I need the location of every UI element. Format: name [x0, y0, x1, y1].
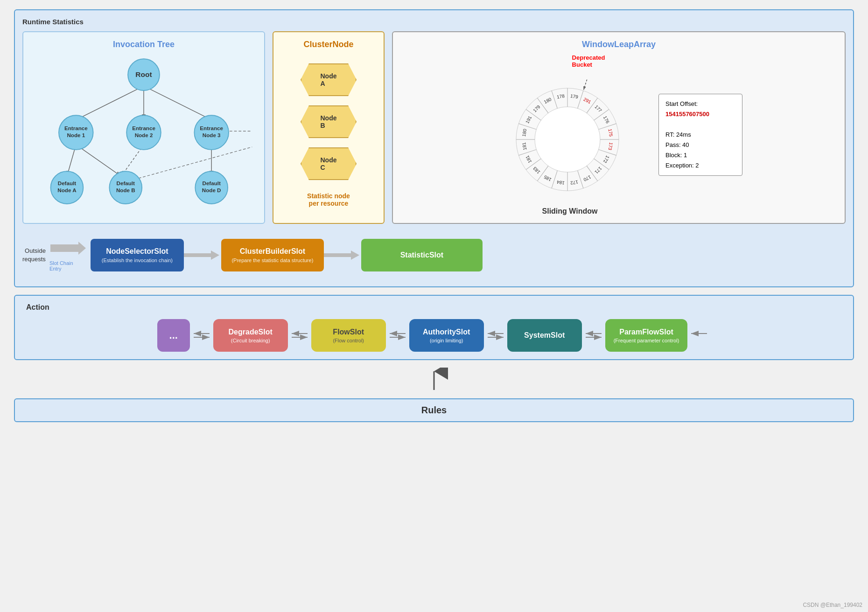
svg-line-45 — [552, 171, 557, 188]
runtime-stats-label: Runtime Statistics — [22, 18, 846, 26]
node-selector-slot: NodeSelectorSlot (Establish the invocati… — [91, 239, 184, 271]
svg-text:Default: Default — [203, 180, 221, 186]
exception-value: Exception: 2 — [665, 160, 735, 171]
arrow-1 — [184, 248, 221, 262]
svg-text:Root: Root — [135, 70, 152, 78]
svg-text:Entrance: Entrance — [200, 125, 223, 131]
degrade-sub: (Circuit breaking) — [231, 338, 270, 343]
svg-line-2 — [144, 86, 211, 120]
pass-value: Pass: 40 — [665, 140, 735, 150]
sliding-window-container: DeprecatedBucket — [495, 54, 644, 216]
svg-text:291: 291 — [583, 97, 592, 105]
svg-text:171: 171 — [594, 166, 603, 175]
rules-box: Rules — [14, 398, 854, 422]
svg-text:172: 172 — [602, 155, 610, 164]
slot-chain-entry-label: Slot ChainEntry — [49, 260, 87, 271]
ellipsis-slot: ... — [157, 319, 190, 352]
sliding-window-svg: 179 291 177 176 175 173 172 171 170 172 — [495, 72, 644, 202]
flow-slot: FlowSlot (Flow control) — [311, 319, 386, 352]
action-arrow-4 — [484, 328, 507, 342]
svg-text:Node B: Node B — [116, 187, 135, 193]
svg-text:180: 180 — [521, 128, 528, 137]
cluster-builder-slot: ClusterBuilderSlot (Prepare the statisti… — [221, 239, 324, 271]
up-arrow-svg — [420, 368, 448, 391]
svg-text:177: 177 — [594, 104, 603, 113]
invocation-tree-title: Invocation Tree — [31, 40, 257, 49]
flow-sub: (Flow control) — [333, 338, 364, 343]
svg-line-38 — [599, 124, 616, 129]
flow-label: FlowSlot — [333, 328, 364, 336]
param-flow-slot: ParamFlowSlot (Frequent parameter contro… — [605, 319, 688, 352]
svg-marker-77 — [78, 242, 86, 255]
svg-line-4 — [76, 145, 121, 176]
authority-label: AuthoritySlot — [423, 328, 470, 336]
node-selector-label: NodeSelectorSlot — [106, 247, 168, 256]
action-slots-row: ... — [26, 319, 842, 352]
start-offset-value: 1541557607500 — [665, 111, 709, 118]
cluster-node-b: NodeB — [301, 105, 357, 138]
action-arrow-2 — [288, 328, 311, 342]
svg-rect-80 — [324, 253, 352, 257]
block-value: Block: 1 — [665, 150, 735, 160]
ellipsis-label: ... — [169, 329, 178, 341]
action-arrow-5 — [582, 328, 605, 342]
authority-sub: (origin limiting) — [430, 338, 463, 343]
cluster-builder-sub: (Prepare the statistic data structure) — [231, 257, 313, 263]
svg-text:179: 179 — [570, 93, 579, 100]
degrade-slot: DegradeSlot (Circuit breaking) — [213, 319, 288, 352]
system-label: SystemSlot — [524, 331, 565, 340]
invocation-tree-box: Invocation Tree — [22, 31, 265, 224]
svg-line-0 — [76, 86, 144, 120]
svg-line-40 — [599, 150, 616, 155]
svg-text:176: 176 — [602, 115, 611, 125]
svg-text:Default: Default — [117, 180, 135, 186]
svg-marker-79 — [211, 250, 219, 260]
arrow-2 — [324, 248, 361, 262]
svg-line-48 — [518, 150, 536, 155]
param-flow-label: ParamFlowSlot — [619, 328, 673, 336]
svg-text:170: 170 — [582, 174, 592, 183]
window-leap-title: WindowLeapArray — [400, 40, 837, 49]
param-flow-sub: (Frequent parameter control) — [614, 338, 679, 343]
runtime-top-row: Invocation Tree — [22, 31, 846, 224]
svg-text:Node D: Node D — [202, 187, 221, 193]
svg-line-43 — [578, 171, 583, 188]
window-info-box: Start Offset:1541557607500 RT: 24ms Pass… — [658, 94, 742, 176]
up-arrow-container — [14, 368, 854, 391]
invocation-tree-svg: Root Entrance Node 1 Entrance Node 2 Ent… — [31, 54, 257, 213]
cluster-builder-label: ClusterBuilderSlot — [240, 247, 305, 256]
watermark: CSDN @Ethan_199402 — [803, 602, 862, 608]
svg-text:178: 178 — [556, 93, 565, 100]
runtime-stats-container: Runtime Statistics Invocation Tree — [14, 9, 854, 287]
svg-text:Node 3: Node 3 — [203, 132, 221, 138]
svg-line-50 — [518, 124, 536, 129]
statistic-slot-label: StatisticSlot — [400, 251, 443, 259]
svg-text:Entrance: Entrance — [64, 125, 88, 131]
action-arrow-1 — [190, 328, 213, 342]
system-slot: SystemSlot — [507, 319, 582, 352]
svg-text:191: 191 — [525, 115, 533, 124]
sliding-window-label: Sliding Window — [542, 207, 598, 216]
svg-marker-81 — [351, 250, 359, 260]
window-leap-box: WindowLeapArray DeprecatedBucket — [392, 31, 846, 224]
start-offset-label: Start Offset:1541557607500 — [665, 99, 735, 119]
cluster-node-box: ClusterNode NodeA NodeB NodeC Statistic … — [273, 31, 385, 224]
deprecated-label: DeprecatedBucket — [572, 54, 605, 68]
action-arrow-6 — [687, 328, 711, 342]
statistic-node-label: Statistic nodeper resource — [307, 192, 350, 207]
svg-text:Node A: Node A — [57, 187, 77, 193]
outside-requests-label: Outsiderequests — [22, 247, 46, 264]
svg-point-33 — [535, 107, 600, 172]
svg-line-53 — [552, 90, 557, 108]
node-selector-sub: (Establish the invocation chain) — [102, 257, 173, 263]
svg-line-35 — [578, 90, 583, 108]
svg-text:179: 179 — [532, 104, 541, 113]
svg-text:185: 185 — [543, 174, 552, 182]
svg-line-7 — [121, 147, 252, 183]
window-leap-content: DeprecatedBucket — [400, 54, 837, 216]
svg-rect-76 — [50, 244, 78, 252]
rt-value: RT: 24ms — [665, 130, 735, 140]
statistic-slot: StatisticSlot — [361, 239, 483, 271]
svg-rect-78 — [184, 253, 212, 257]
slot-chain-row: Outsiderequests Slot ChainEntry — [22, 231, 846, 279]
